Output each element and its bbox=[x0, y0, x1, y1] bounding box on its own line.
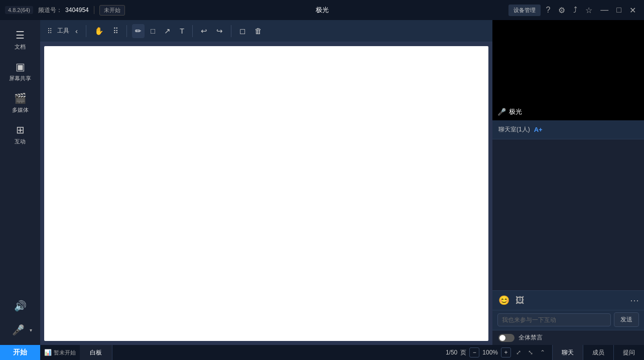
paused-indicator: 📊 暂未开始 bbox=[40, 349, 80, 356]
tools-label: 工具 bbox=[57, 27, 69, 35]
external-link-button[interactable]: ⤴ bbox=[570, 4, 580, 17]
chat-input-area: 😊 🖼 ⋯ 发送 bbox=[492, 290, 644, 330]
mic-button[interactable]: 🎤 bbox=[8, 320, 29, 340]
sidebar-item-screen[interactable]: ▣ 屏幕共享 bbox=[4, 57, 36, 86]
redo-button[interactable]: ↪ bbox=[213, 24, 226, 38]
page-info: 1/50 bbox=[446, 349, 457, 356]
device-mgmt-button[interactable]: 设备管理 bbox=[508, 5, 541, 16]
divider bbox=[94, 6, 94, 14]
collapse-button[interactable]: ⌃ bbox=[538, 349, 547, 356]
page-increase-button[interactable]: + bbox=[501, 347, 511, 357]
sidebar-label-media: 多媒体 bbox=[12, 106, 29, 114]
rect-tool-button[interactable]: □ bbox=[148, 24, 158, 38]
members-tab[interactable]: 成员 bbox=[583, 345, 613, 360]
fullscreen-button[interactable]: ⤢ bbox=[514, 349, 523, 356]
paused-icon: 📊 bbox=[44, 349, 52, 356]
channel-label: 频道号： bbox=[38, 6, 62, 15]
video-mic-icon: 🎤 bbox=[497, 108, 506, 116]
screen-share-icon: ▣ bbox=[16, 61, 25, 73]
bottom-bar: 开始 📊 暂未开始 白板 1/50 页 − 100% + ⤢ ⤡ ⌃ 聊天 成员… bbox=[0, 345, 644, 360]
interact-icon: ⊞ bbox=[16, 124, 25, 136]
arrow-tool-button[interactable]: ↗ bbox=[161, 24, 174, 38]
mute-all-toggle[interactable] bbox=[498, 334, 514, 342]
help-button[interactable]: ? bbox=[543, 4, 553, 17]
sidebar: ☰ 文档 ▣ 屏幕共享 🎬 多媒体 ⊞ 互动 🔊 🎤 ▾ bbox=[0, 20, 40, 345]
paused-label: 暂未开始 bbox=[54, 349, 76, 356]
maximize-button[interactable]: □ bbox=[613, 4, 624, 17]
mute-label: 全体禁言 bbox=[519, 333, 543, 342]
volume-button[interactable]: 🔊 bbox=[10, 296, 31, 316]
mic-dropdown-arrow[interactable]: ▾ bbox=[30, 327, 32, 333]
zoom-level: 100% bbox=[482, 349, 498, 356]
sidebar-item-media[interactable]: 🎬 多媒体 bbox=[4, 88, 36, 118]
settings-button[interactable]: ⚙ bbox=[555, 4, 568, 17]
sidebar-label-interact: 互动 bbox=[15, 138, 26, 145]
eraser-button[interactable]: ◻ bbox=[236, 24, 248, 38]
sidebar-item-interact[interactable]: ⊞ 互动 bbox=[4, 120, 36, 149]
center-area: ⠿ 工具 ‹ ✋ ⠿ ✏ □ ↗ T ↩ ↪ ◻ 🗑 bbox=[40, 20, 492, 345]
chat-toolbar: 😊 🖼 ⋯ bbox=[492, 291, 644, 310]
page-decrease-button[interactable]: − bbox=[469, 347, 479, 357]
close-button[interactable]: ✕ bbox=[626, 4, 639, 17]
chat-input[interactable] bbox=[497, 313, 611, 326]
toggle-knob bbox=[499, 335, 505, 341]
sidebar-label-screen: 屏幕共享 bbox=[9, 75, 31, 82]
sidebar-item-doc[interactable]: ☰ 文档 bbox=[4, 25, 36, 55]
whiteboard-canvas[interactable] bbox=[44, 46, 488, 341]
hand-tool-button[interactable]: ✋ bbox=[91, 24, 107, 38]
fit-button[interactable]: ⤡ bbox=[526, 349, 535, 356]
chat-messages-area[interactable] bbox=[492, 139, 644, 290]
pen-tool-button[interactable]: ✏ bbox=[132, 24, 145, 38]
toolbar-drag-handle[interactable]: ⠿ bbox=[45, 25, 54, 37]
minimize-button[interactable]: — bbox=[597, 4, 611, 17]
start-button[interactable]: 开始 bbox=[0, 345, 40, 360]
status-badge: 未开始 bbox=[99, 5, 125, 16]
chat-header: 聊天室(1人) A+ bbox=[492, 120, 644, 139]
doc-icon: ☰ bbox=[16, 29, 25, 41]
chat-font-increase-button[interactable]: A+ bbox=[534, 126, 543, 133]
video-user-name: 极光 bbox=[509, 107, 522, 116]
toolbar-separator-1 bbox=[86, 25, 86, 37]
emoji-button[interactable]: 😊 bbox=[497, 294, 510, 307]
titlebar-actions: 设备管理 ? ⚙ ⤴ ☆ — □ ✕ bbox=[508, 4, 639, 17]
titlebar: 4.8.2(64) 频道号： 3404954 未开始 极光 设备管理 ? ⚙ ⤴… bbox=[0, 0, 644, 20]
channel-number: 3404954 bbox=[65, 7, 89, 14]
mic-row: 🎤 ▾ bbox=[8, 320, 32, 340]
page-label: 页 bbox=[460, 348, 466, 357]
undo-button[interactable]: ↩ bbox=[198, 24, 210, 38]
sidebar-bottom: 🔊 🎤 ▾ bbox=[8, 296, 32, 345]
app-title: 极光 bbox=[316, 6, 329, 15]
chat-title: 聊天室(1人) bbox=[498, 125, 530, 134]
video-area: 🎤 极光 bbox=[492, 20, 644, 120]
toolbar-separator-3 bbox=[192, 25, 193, 37]
bottom-right-tabs: 聊天 成员 提问 bbox=[552, 345, 644, 360]
chat-input-row: 发送 bbox=[492, 310, 644, 330]
star-button[interactable]: ☆ bbox=[582, 4, 595, 17]
page-controls: 1/50 页 − 100% + ⤢ ⤡ ⌃ bbox=[441, 347, 552, 357]
tools-collapse-button[interactable]: ‹ bbox=[72, 24, 81, 38]
whiteboard-tab[interactable]: 白板 bbox=[80, 345, 112, 360]
move-tool-button[interactable]: ⠿ bbox=[110, 24, 121, 38]
toolbar-separator-2 bbox=[126, 25, 127, 37]
toolbar-separator-4 bbox=[231, 25, 231, 37]
image-button[interactable]: 🖼 bbox=[514, 294, 526, 307]
main-content: ☰ 文档 ▣ 屏幕共享 🎬 多媒体 ⊞ 互动 🔊 🎤 ▾ ⠿ 工具 bbox=[0, 20, 644, 345]
mute-row: 全体禁言 bbox=[492, 330, 644, 345]
chat-tab[interactable]: 聊天 bbox=[552, 345, 583, 360]
version-badge: 4.8.2(64) bbox=[5, 6, 33, 14]
send-button[interactable]: 发送 bbox=[614, 312, 639, 327]
text-tool-button[interactable]: T bbox=[177, 24, 187, 38]
video-label: 🎤 极光 bbox=[497, 107, 522, 116]
question-tab[interactable]: 提问 bbox=[613, 345, 644, 360]
more-options-button[interactable]: ⋯ bbox=[630, 295, 639, 306]
media-icon: 🎬 bbox=[14, 92, 27, 104]
sidebar-label-doc: 文档 bbox=[15, 43, 26, 51]
bottom-tabs: 📊 暂未开始 白板 bbox=[40, 345, 441, 360]
delete-button[interactable]: 🗑 bbox=[251, 24, 265, 38]
right-panel: 🎤 极光 聊天室(1人) A+ 😊 🖼 ⋯ 发送 bbox=[492, 20, 644, 345]
toolbar: ⠿ 工具 ‹ ✋ ⠿ ✏ □ ↗ T ↩ ↪ ◻ 🗑 bbox=[40, 20, 492, 42]
